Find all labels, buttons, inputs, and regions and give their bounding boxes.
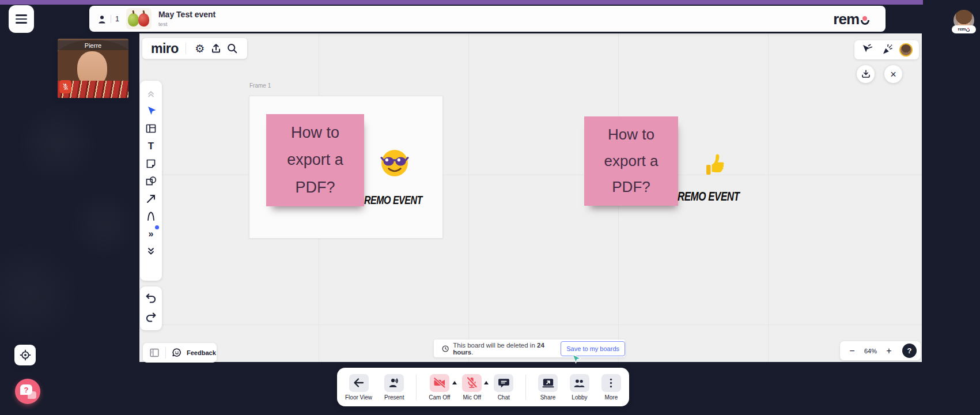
question-bubble-icon: ?	[20, 384, 32, 395]
download-icon	[860, 68, 872, 81]
feedback-smile-icon	[171, 347, 183, 359]
video-tile-pierre[interactable]: Pierre	[58, 39, 128, 98]
feedback-label[interactable]: Feedback	[187, 349, 216, 356]
event-title: May Test event	[158, 10, 215, 19]
chevrons-down-icon	[146, 247, 156, 256]
notification-dot	[155, 225, 159, 229]
board-topright-bar	[854, 40, 919, 59]
zoom-in-button[interactable]: +	[880, 346, 898, 356]
save-to-boards-button[interactable]: Save to my boards	[561, 341, 625, 356]
mouse-cursor	[572, 354, 581, 364]
follow-pointer-button[interactable]	[861, 43, 873, 58]
text-tool-icon: T	[148, 141, 154, 151]
lobby-button[interactable]: Lobby	[570, 374, 589, 401]
cam-off-button[interactable]: Cam Off	[429, 374, 450, 401]
present-icon	[388, 376, 401, 390]
event-subtitle: test	[158, 21, 215, 28]
frames-panel-button[interactable]	[147, 346, 161, 360]
remo-smile-o-icon	[860, 15, 871, 27]
more-button[interactable]: More	[601, 374, 621, 401]
reactions-button[interactable]	[880, 43, 893, 58]
confetti-icon	[880, 43, 893, 55]
event-thumbnail	[126, 8, 152, 29]
remo-event-caption-1[interactable]: REMO EVENT	[364, 194, 422, 207]
redo-button[interactable]	[144, 311, 158, 325]
pointer-icon	[861, 43, 873, 55]
board-settings-button[interactable]: ⚙	[192, 40, 208, 56]
clock-icon	[442, 345, 449, 353]
support-chat-button[interactable]: ?	[15, 379, 40, 404]
frames-panel-icon	[149, 347, 160, 359]
red-apple-image	[138, 13, 149, 27]
menu-button[interactable]	[9, 5, 34, 33]
kebab-menu-icon	[604, 376, 618, 390]
chat-icon	[497, 376, 510, 390]
pen-tool[interactable]	[144, 210, 158, 223]
mic-options-caret[interactable]	[484, 381, 489, 384]
divider	[111, 15, 111, 23]
avatar-remo-badge: rem	[952, 25, 976, 33]
arrow-left-icon	[352, 376, 366, 390]
present-button[interactable]: Present	[384, 374, 404, 401]
frame-tool[interactable]	[144, 122, 158, 135]
collaborator-avatar[interactable]	[899, 43, 913, 56]
frame-icon	[145, 122, 157, 135]
mic-off-button[interactable]: Mic Off	[462, 374, 482, 401]
floor-view-button[interactable]: Floor View	[345, 374, 372, 401]
zoom-bar: − 64% + ?	[840, 341, 921, 360]
person-icon	[97, 14, 107, 24]
zoom-out-button[interactable]: −	[843, 346, 861, 356]
cam-options-caret[interactable]	[452, 381, 457, 384]
text-tool[interactable]: T	[144, 139, 158, 153]
toolbar-divider	[416, 375, 417, 400]
shapes-icon	[145, 175, 157, 187]
undo-button[interactable]	[144, 292, 158, 305]
share-button[interactable]: Share	[538, 374, 558, 401]
zoom-level[interactable]: 64%	[861, 348, 880, 354]
attendee-counter[interactable]: 1	[97, 14, 119, 24]
sticky-note-2-text: How to export a PDF?	[587, 122, 675, 201]
remo-logo: rem	[833, 12, 871, 27]
sticky-note-icon	[145, 157, 157, 170]
arrow-tool[interactable]	[144, 192, 158, 205]
sticky-note-2[interactable]: How to export a PDF?	[584, 116, 678, 206]
undo-redo-panel	[140, 286, 162, 330]
locate-me-button[interactable]	[14, 345, 36, 365]
bottom-toolbar: Floor View Present Cam Off	[337, 368, 629, 406]
gear-icon: ⚙	[195, 43, 205, 54]
feedback-button[interactable]	[170, 346, 184, 360]
sunglasses-emoji[interactable]	[380, 149, 409, 178]
undo-icon	[144, 292, 158, 306]
toolbar-divider	[165, 347, 166, 359]
remo-event-caption-2[interactable]: REMO EVENT	[678, 190, 739, 205]
select-tool[interactable]	[144, 104, 158, 118]
cursor-icon	[145, 105, 157, 116]
toolbar-divider	[186, 43, 186, 54]
board-deletion-banner: This board will be deleted in 24 hours. …	[434, 339, 625, 357]
collapse-toolbar-button[interactable]	[144, 86, 158, 100]
frame-label[interactable]: Frame 1	[249, 82, 271, 89]
shapes-tool[interactable]	[144, 175, 158, 188]
mic-off-icon	[465, 376, 479, 390]
sticky-note-1[interactable]: How to export a PDF?	[266, 114, 364, 206]
help-button[interactable]: ?	[902, 344, 917, 358]
sticky-note-tool[interactable]	[144, 157, 158, 170]
camera-off-icon	[433, 376, 447, 390]
chevrons-up-icon	[146, 89, 156, 98]
search-button[interactable]	[224, 40, 240, 56]
download-board-button[interactable]	[857, 65, 875, 83]
chat-button[interactable]: Chat	[494, 374, 513, 401]
remo-event-page: Frame 1 How to export a PDF? REMO EVENT …	[0, 0, 980, 415]
miro-tools-panel: T	[140, 81, 162, 281]
crosshair-icon	[19, 349, 32, 361]
export-button[interactable]	[208, 40, 224, 56]
remo-smile-o-icon	[966, 28, 970, 32]
close-board-button[interactable]: ×	[884, 65, 902, 83]
screen-share-icon	[542, 376, 555, 390]
hamburger-icon	[16, 14, 27, 16]
thumbs-up-emoji[interactable]	[706, 150, 727, 176]
expand-toolbar-button[interactable]	[144, 245, 158, 258]
more-tools-button[interactable]: »	[144, 227, 158, 240]
green-apple-image	[128, 13, 139, 27]
miro-board-canvas[interactable]: Frame 1 How to export a PDF? REMO EVENT …	[139, 33, 922, 362]
